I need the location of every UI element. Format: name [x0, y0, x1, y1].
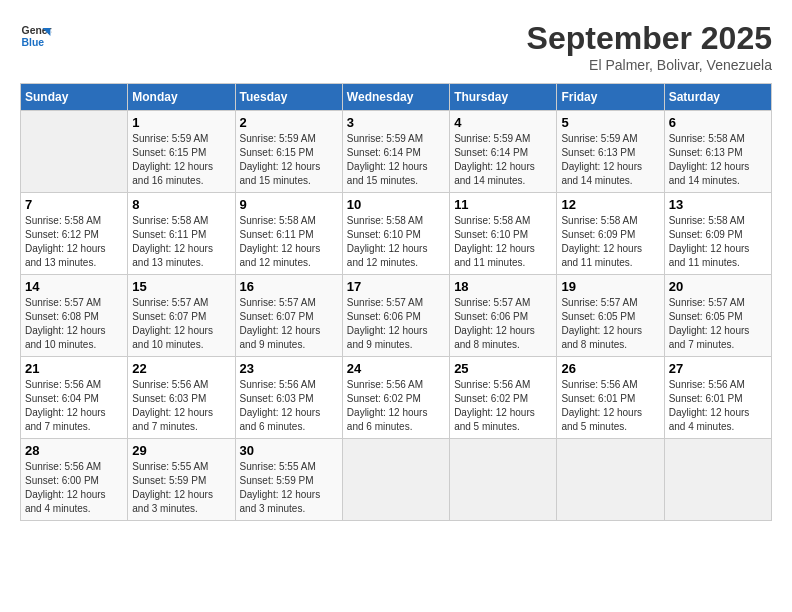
- calendar-cell: [342, 439, 449, 521]
- day-info: Sunrise: 5:57 AM Sunset: 6:07 PM Dayligh…: [132, 296, 230, 352]
- day-number: 24: [347, 361, 445, 376]
- calendar-cell: 2Sunrise: 5:59 AM Sunset: 6:15 PM Daylig…: [235, 111, 342, 193]
- calendar-cell: 22Sunrise: 5:56 AM Sunset: 6:03 PM Dayli…: [128, 357, 235, 439]
- day-number: 15: [132, 279, 230, 294]
- title-section: September 2025 El Palmer, Bolivar, Venez…: [527, 20, 772, 73]
- day-info: Sunrise: 5:58 AM Sunset: 6:13 PM Dayligh…: [669, 132, 767, 188]
- week-row-0: 1Sunrise: 5:59 AM Sunset: 6:15 PM Daylig…: [21, 111, 772, 193]
- logo: General Blue: [20, 20, 52, 52]
- week-row-3: 21Sunrise: 5:56 AM Sunset: 6:04 PM Dayli…: [21, 357, 772, 439]
- header-wednesday: Wednesday: [342, 84, 449, 111]
- calendar-cell: 4Sunrise: 5:59 AM Sunset: 6:14 PM Daylig…: [450, 111, 557, 193]
- day-info: Sunrise: 5:58 AM Sunset: 6:09 PM Dayligh…: [669, 214, 767, 270]
- header-saturday: Saturday: [664, 84, 771, 111]
- day-info: Sunrise: 5:58 AM Sunset: 6:09 PM Dayligh…: [561, 214, 659, 270]
- day-number: 1: [132, 115, 230, 130]
- calendar-cell: [557, 439, 664, 521]
- day-info: Sunrise: 5:58 AM Sunset: 6:10 PM Dayligh…: [454, 214, 552, 270]
- day-info: Sunrise: 5:58 AM Sunset: 6:10 PM Dayligh…: [347, 214, 445, 270]
- day-info: Sunrise: 5:56 AM Sunset: 6:01 PM Dayligh…: [561, 378, 659, 434]
- calendar-cell: 27Sunrise: 5:56 AM Sunset: 6:01 PM Dayli…: [664, 357, 771, 439]
- day-number: 5: [561, 115, 659, 130]
- calendar-cell: [450, 439, 557, 521]
- week-row-4: 28Sunrise: 5:56 AM Sunset: 6:00 PM Dayli…: [21, 439, 772, 521]
- day-number: 14: [25, 279, 123, 294]
- day-info: Sunrise: 5:56 AM Sunset: 6:03 PM Dayligh…: [132, 378, 230, 434]
- calendar-cell: 20Sunrise: 5:57 AM Sunset: 6:05 PM Dayli…: [664, 275, 771, 357]
- calendar-cell: 6Sunrise: 5:58 AM Sunset: 6:13 PM Daylig…: [664, 111, 771, 193]
- day-info: Sunrise: 5:58 AM Sunset: 6:12 PM Dayligh…: [25, 214, 123, 270]
- calendar-cell: 9Sunrise: 5:58 AM Sunset: 6:11 PM Daylig…: [235, 193, 342, 275]
- day-number: 16: [240, 279, 338, 294]
- day-number: 12: [561, 197, 659, 212]
- day-info: Sunrise: 5:57 AM Sunset: 6:06 PM Dayligh…: [347, 296, 445, 352]
- day-info: Sunrise: 5:59 AM Sunset: 6:14 PM Dayligh…: [347, 132, 445, 188]
- day-number: 10: [347, 197, 445, 212]
- calendar-cell: 5Sunrise: 5:59 AM Sunset: 6:13 PM Daylig…: [557, 111, 664, 193]
- calendar-header-row: SundayMondayTuesdayWednesdayThursdayFrid…: [21, 84, 772, 111]
- month-title: September 2025: [527, 20, 772, 57]
- calendar-cell: 1Sunrise: 5:59 AM Sunset: 6:15 PM Daylig…: [128, 111, 235, 193]
- week-row-2: 14Sunrise: 5:57 AM Sunset: 6:08 PM Dayli…: [21, 275, 772, 357]
- calendar-cell: 12Sunrise: 5:58 AM Sunset: 6:09 PM Dayli…: [557, 193, 664, 275]
- calendar-cell: 14Sunrise: 5:57 AM Sunset: 6:08 PM Dayli…: [21, 275, 128, 357]
- day-number: 13: [669, 197, 767, 212]
- day-number: 29: [132, 443, 230, 458]
- header-sunday: Sunday: [21, 84, 128, 111]
- day-info: Sunrise: 5:59 AM Sunset: 6:14 PM Dayligh…: [454, 132, 552, 188]
- day-number: 30: [240, 443, 338, 458]
- day-info: Sunrise: 5:57 AM Sunset: 6:06 PM Dayligh…: [454, 296, 552, 352]
- calendar-cell: [664, 439, 771, 521]
- header-thursday: Thursday: [450, 84, 557, 111]
- day-number: 4: [454, 115, 552, 130]
- location-subtitle: El Palmer, Bolivar, Venezuela: [527, 57, 772, 73]
- day-info: Sunrise: 5:56 AM Sunset: 6:02 PM Dayligh…: [454, 378, 552, 434]
- day-info: Sunrise: 5:55 AM Sunset: 5:59 PM Dayligh…: [132, 460, 230, 516]
- calendar-cell: 18Sunrise: 5:57 AM Sunset: 6:06 PM Dayli…: [450, 275, 557, 357]
- day-info: Sunrise: 5:57 AM Sunset: 6:05 PM Dayligh…: [561, 296, 659, 352]
- calendar-cell: 26Sunrise: 5:56 AM Sunset: 6:01 PM Dayli…: [557, 357, 664, 439]
- day-number: 27: [669, 361, 767, 376]
- day-number: 20: [669, 279, 767, 294]
- calendar-cell: 21Sunrise: 5:56 AM Sunset: 6:04 PM Dayli…: [21, 357, 128, 439]
- day-info: Sunrise: 5:56 AM Sunset: 6:04 PM Dayligh…: [25, 378, 123, 434]
- day-number: 22: [132, 361, 230, 376]
- day-info: Sunrise: 5:56 AM Sunset: 6:03 PM Dayligh…: [240, 378, 338, 434]
- day-number: 17: [347, 279, 445, 294]
- calendar-table: SundayMondayTuesdayWednesdayThursdayFrid…: [20, 83, 772, 521]
- header-friday: Friday: [557, 84, 664, 111]
- calendar-cell: 23Sunrise: 5:56 AM Sunset: 6:03 PM Dayli…: [235, 357, 342, 439]
- calendar-cell: 10Sunrise: 5:58 AM Sunset: 6:10 PM Dayli…: [342, 193, 449, 275]
- day-info: Sunrise: 5:57 AM Sunset: 6:05 PM Dayligh…: [669, 296, 767, 352]
- header-monday: Monday: [128, 84, 235, 111]
- day-info: Sunrise: 5:59 AM Sunset: 6:15 PM Dayligh…: [132, 132, 230, 188]
- calendar-cell: 17Sunrise: 5:57 AM Sunset: 6:06 PM Dayli…: [342, 275, 449, 357]
- day-number: 19: [561, 279, 659, 294]
- day-number: 18: [454, 279, 552, 294]
- day-info: Sunrise: 5:59 AM Sunset: 6:15 PM Dayligh…: [240, 132, 338, 188]
- calendar-cell: 25Sunrise: 5:56 AM Sunset: 6:02 PM Dayli…: [450, 357, 557, 439]
- day-info: Sunrise: 5:58 AM Sunset: 6:11 PM Dayligh…: [240, 214, 338, 270]
- day-number: 26: [561, 361, 659, 376]
- calendar-cell: [21, 111, 128, 193]
- calendar-cell: 24Sunrise: 5:56 AM Sunset: 6:02 PM Dayli…: [342, 357, 449, 439]
- day-number: 7: [25, 197, 123, 212]
- day-number: 8: [132, 197, 230, 212]
- day-info: Sunrise: 5:59 AM Sunset: 6:13 PM Dayligh…: [561, 132, 659, 188]
- day-info: Sunrise: 5:56 AM Sunset: 6:00 PM Dayligh…: [25, 460, 123, 516]
- day-number: 2: [240, 115, 338, 130]
- day-number: 3: [347, 115, 445, 130]
- calendar-cell: 30Sunrise: 5:55 AM Sunset: 5:59 PM Dayli…: [235, 439, 342, 521]
- calendar-cell: 28Sunrise: 5:56 AM Sunset: 6:00 PM Dayli…: [21, 439, 128, 521]
- page-header: General Blue September 2025 El Palmer, B…: [20, 20, 772, 73]
- day-info: Sunrise: 5:57 AM Sunset: 6:08 PM Dayligh…: [25, 296, 123, 352]
- calendar-cell: 8Sunrise: 5:58 AM Sunset: 6:11 PM Daylig…: [128, 193, 235, 275]
- day-number: 21: [25, 361, 123, 376]
- calendar-cell: 29Sunrise: 5:55 AM Sunset: 5:59 PM Dayli…: [128, 439, 235, 521]
- calendar-cell: 15Sunrise: 5:57 AM Sunset: 6:07 PM Dayli…: [128, 275, 235, 357]
- calendar-cell: 19Sunrise: 5:57 AM Sunset: 6:05 PM Dayli…: [557, 275, 664, 357]
- day-info: Sunrise: 5:56 AM Sunset: 6:02 PM Dayligh…: [347, 378, 445, 434]
- day-info: Sunrise: 5:57 AM Sunset: 6:07 PM Dayligh…: [240, 296, 338, 352]
- day-info: Sunrise: 5:56 AM Sunset: 6:01 PM Dayligh…: [669, 378, 767, 434]
- day-number: 6: [669, 115, 767, 130]
